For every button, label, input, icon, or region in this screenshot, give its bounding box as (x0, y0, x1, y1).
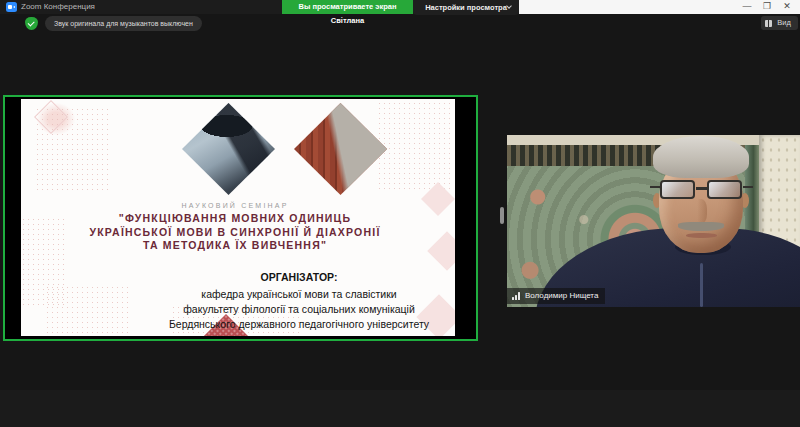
view-settings-dropdown[interactable]: Настройки просмотра (413, 0, 519, 15)
glasses-lens (660, 180, 695, 199)
panel-drag-handle[interactable] (500, 207, 504, 224)
minimize-button[interactable]: — (739, 0, 755, 14)
participant-mouth (686, 233, 717, 238)
glasses-arm (650, 186, 660, 188)
maximize-button[interactable]: ❐ (759, 0, 775, 14)
window-title: Zoom Конференция (21, 0, 95, 14)
meeting-toolbar (0, 390, 800, 427)
participant-name-tag: Володимир Нищета (507, 288, 605, 304)
slide-title: "ФУНКЦІЮВАННЯ МОВНИХ ОДИНИЦЬ УКРАЇНСЬКОЇ… (21, 212, 449, 253)
view-settings-label: Настройки просмотра (425, 3, 507, 12)
slide-title-line: "ФУНКЦІЮВАННЯ МОВНИХ ОДИНИЦЬ (21, 212, 449, 226)
slide-title-line: УКРАЇНСЬКОЇ МОВИ В СИНХРОНІЇ Й ДІАХРОНІЇ (21, 226, 449, 240)
zoom-meeting-window: Zoom Конференция — ❐ ✕ Вы просматриваете… (0, 0, 800, 427)
glasses-lens (707, 180, 742, 199)
slide-photo-library (294, 103, 387, 195)
glasses-arm (743, 186, 753, 188)
title-bar-light-area (519, 0, 800, 14)
original-sound-notification: Звук оригинала для музыкантов выключен (45, 16, 202, 31)
slide-organizer-block: ОРГАНІЗАТОР: кафедра української мови та… (115, 270, 455, 332)
participant-nose (693, 199, 707, 224)
participant-zipper (700, 263, 703, 307)
presentation-slide: НАУКОВИЙ СЕМІНАР "ФУНКЦІЮВАННЯ МОВНИХ ОД… (21, 99, 455, 336)
close-button[interactable]: ✕ (779, 0, 795, 14)
participant-mustache (678, 222, 724, 231)
view-button[interactable]: Вид (761, 16, 798, 30)
organizer-line: Бердянського державного педагогічного ун… (115, 317, 455, 332)
layout-grid-icon (765, 20, 772, 27)
slide-dot-pattern (377, 101, 453, 193)
glasses-bridge (696, 187, 708, 190)
participant-name: Володимир Нищета (525, 291, 598, 300)
organizer-label: ОРГАНІЗАТОР: (115, 270, 455, 285)
slide-photo-graduation (182, 103, 275, 195)
participant-video-tile: Володимир Нищета (507, 135, 800, 307)
zoom-app-icon (6, 2, 17, 12)
view-button-label: Вид (777, 18, 791, 27)
audio-shield-icon (25, 17, 38, 30)
slide-kicker: НАУКОВИЙ СЕМІНАР (21, 202, 449, 209)
shared-screen-area: НАУКОВИЙ СЕМІНАР "ФУНКЦІЮВАННЯ МОВНИХ ОД… (3, 95, 478, 341)
organizer-line: кафедра української мови та славістики (115, 287, 455, 302)
participant-hair (653, 136, 749, 178)
organizer-line: факультету філології та соціальних комун… (115, 302, 455, 317)
chevron-down-icon (506, 3, 512, 9)
audio-signal-icon (512, 292, 522, 300)
viewing-screen-banner: Вы просматриваете экран Світлана (282, 0, 413, 14)
slide-title-line: ТА МЕТОДИКА ЇХ ВИВЧЕННЯ" (21, 239, 449, 253)
